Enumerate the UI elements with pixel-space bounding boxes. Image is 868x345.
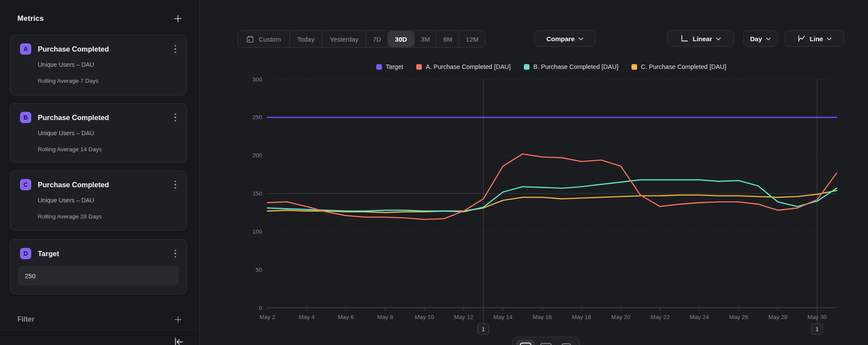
chart-legend: Target A. Purchase Completed [DAU] B. Pu… xyxy=(243,63,859,70)
range-label: Yesterday xyxy=(330,36,358,43)
chart-type-label: Line xyxy=(810,35,823,42)
metric-rollup: Rolling Average 28 Days xyxy=(38,213,102,220)
legend-item-c[interactable]: C. Purchase Completed [DAU] xyxy=(631,63,727,70)
metrics-chart[interactable]: 050100150200250300May 2May 4May 6May 8Ma… xyxy=(243,74,859,345)
scale-label: Linear xyxy=(693,35,712,42)
chevron-down-icon xyxy=(827,37,832,41)
legend-label: C. Purchase Completed [DAU] xyxy=(641,63,727,70)
range-label: 30D xyxy=(395,36,407,43)
y-axis-tick-label: 200 xyxy=(252,152,262,159)
collapse-sidebar-button[interactable] xyxy=(173,336,185,345)
x-axis-tick-label: May 22 xyxy=(651,314,670,320)
x-axis-tick-label: May 26 xyxy=(729,314,748,320)
collapse-panel-icon xyxy=(173,336,184,345)
range-custom[interactable]: Custom xyxy=(238,31,289,47)
granularity-select-button[interactable]: Day xyxy=(743,30,778,47)
legend-item-b[interactable]: B. Purchase Completed [DAU] xyxy=(524,63,618,70)
linear-scale-icon xyxy=(680,34,689,43)
target-value-input[interactable] xyxy=(18,266,179,286)
chart-size-large-icon xyxy=(519,342,532,345)
metric-rollup: Rolling Average 14 Days xyxy=(38,146,102,153)
x-axis-tick-label: May 12 xyxy=(454,314,473,320)
target-title: Target xyxy=(38,250,59,258)
line-chart-canvas[interactable]: 050100150200250300May 2May 4May 6May 8Ma… xyxy=(243,74,859,345)
svg-text:1: 1 xyxy=(815,326,819,332)
range-label: 6M xyxy=(443,36,452,43)
metric-name: Purchase Completed xyxy=(38,181,109,189)
add-filter-button[interactable] xyxy=(172,314,184,325)
chart-size-control xyxy=(512,337,580,345)
metric-name: Purchase Completed xyxy=(38,45,109,53)
range-30d[interactable]: 30D xyxy=(388,31,414,47)
legend-swatch xyxy=(524,64,529,70)
y-axis-tick-label: 0 xyxy=(259,305,262,311)
range-label: 7D xyxy=(373,36,381,43)
x-axis-tick-label: May 8 xyxy=(377,314,393,320)
plus-icon xyxy=(174,14,182,23)
metric-badge-b: B xyxy=(20,112,31,123)
chevron-down-icon xyxy=(716,37,721,41)
metric-menu-button[interactable] xyxy=(170,111,181,124)
metric-menu-button[interactable] xyxy=(170,179,181,191)
granularity-label: Day xyxy=(750,35,762,42)
compare-label: Compare xyxy=(546,35,575,42)
range-6m[interactable]: 6M xyxy=(436,31,459,47)
metric-type: Unique Users – DAU xyxy=(38,130,94,137)
scale-select-button[interactable]: Linear xyxy=(667,30,734,47)
chart-size-small-button[interactable] xyxy=(557,340,575,345)
x-axis-tick-label: May 16 xyxy=(533,314,552,320)
y-axis-tick-label: 50 xyxy=(256,267,262,273)
sidebar-header: Metrics xyxy=(17,13,184,24)
target-card[interactable]: D Target xyxy=(10,239,187,294)
x-axis-tick-label: May 6 xyxy=(338,314,354,320)
x-axis-tick-label: May 28 xyxy=(768,314,787,320)
plus-icon xyxy=(174,316,182,324)
legend-label: A. Purchase Completed [DAU] xyxy=(426,63,511,70)
metric-type: Unique Users – DAU xyxy=(38,61,94,68)
metric-name: Purchase Completed xyxy=(38,114,109,122)
legend-item-a[interactable]: A. Purchase Completed [DAU] xyxy=(416,63,511,70)
metric-badge-a: A xyxy=(20,43,31,55)
metric-menu-button[interactable] xyxy=(170,43,181,55)
date-range-segmented-control: Custom Today Yesterday 7D 30D 3M 6M 12M xyxy=(237,30,485,48)
metric-type: Unique Users – DAU xyxy=(38,197,94,204)
range-12m[interactable]: 12M xyxy=(459,31,485,47)
metric-card-a[interactable]: A Purchase Completed Unique Users – DAU … xyxy=(10,35,187,95)
compare-button[interactable]: Compare xyxy=(534,30,595,47)
calendar-icon xyxy=(246,35,254,43)
line-chart-icon xyxy=(797,34,806,43)
annotation-badge[interactable]: 1 xyxy=(478,323,489,335)
chevron-down-icon xyxy=(579,37,583,41)
chart-size-medium-button[interactable] xyxy=(537,340,555,345)
x-axis-tick-label: May 30 xyxy=(808,314,827,320)
chart-size-large-button[interactable] xyxy=(516,340,535,345)
chevron-down-icon xyxy=(766,37,771,41)
legend-item-target[interactable]: Target xyxy=(376,63,403,70)
metric-rollup: Rolling Average 7 Days xyxy=(38,78,99,84)
chart-type-select-button[interactable]: Line xyxy=(785,30,844,47)
legend-swatch xyxy=(631,64,637,70)
x-axis-tick-label: May 24 xyxy=(690,314,709,320)
chart-size-medium-icon xyxy=(539,342,552,345)
series-line-c xyxy=(267,191,837,213)
x-axis-tick-label: May 20 xyxy=(611,314,630,320)
x-axis-tick-label: May 4 xyxy=(299,314,315,320)
range-7d[interactable]: 7D xyxy=(366,31,388,47)
y-axis-tick-label: 300 xyxy=(252,76,262,83)
x-axis-tick-label: May 18 xyxy=(572,314,591,320)
annotation-badge[interactable]: 1 xyxy=(812,323,823,335)
chart-size-small-icon xyxy=(560,342,573,345)
sidebar-title: Metrics xyxy=(17,14,44,23)
target-menu-button[interactable] xyxy=(170,247,181,260)
add-metric-button[interactable] xyxy=(172,13,184,24)
range-3m[interactable]: 3M xyxy=(414,31,437,47)
range-yesterday[interactable]: Yesterday xyxy=(322,31,366,47)
metric-card-c[interactable]: C Purchase Completed Unique Users – DAU … xyxy=(10,170,187,231)
series-line-a xyxy=(267,154,837,219)
y-axis-tick-label: 100 xyxy=(252,228,262,235)
metrics-sidebar: Metrics A Purchase Completed Unique User… xyxy=(0,0,200,345)
range-today[interactable]: Today xyxy=(289,31,322,47)
metric-card-b[interactable]: B Purchase Completed Unique Users – DAU … xyxy=(10,103,187,163)
x-axis-tick-label: May 10 xyxy=(415,314,434,320)
metric-badge-d: D xyxy=(20,248,31,259)
